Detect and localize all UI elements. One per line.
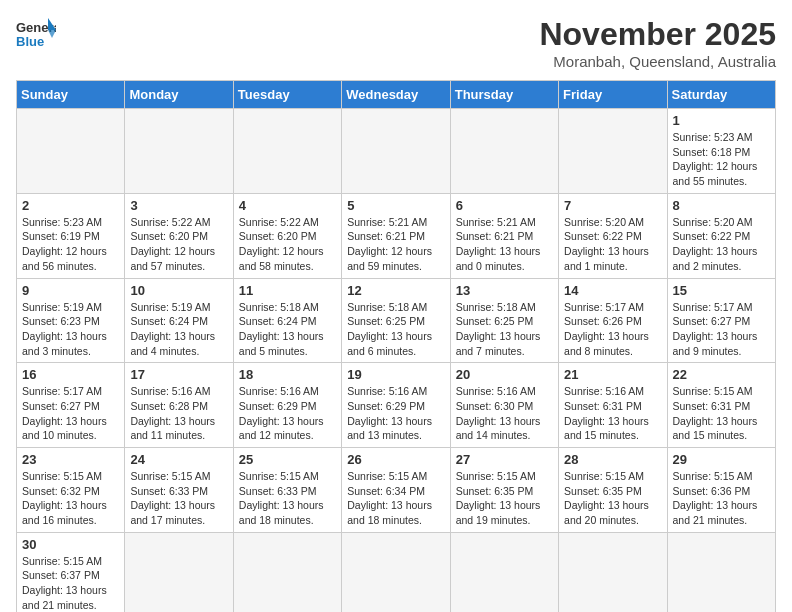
calendar-day-cell: 23Sunrise: 5:15 AM Sunset: 6:32 PM Dayli… — [17, 448, 125, 533]
day-number: 8 — [673, 198, 770, 213]
logo: General Blue — [16, 16, 56, 50]
day-info: Sunrise: 5:17 AM Sunset: 6:27 PM Dayligh… — [673, 300, 770, 359]
calendar-day-cell: 18Sunrise: 5:16 AM Sunset: 6:29 PM Dayli… — [233, 363, 341, 448]
calendar-week-row: 30Sunrise: 5:15 AM Sunset: 6:37 PM Dayli… — [17, 532, 776, 612]
weekday-header-thursday: Thursday — [450, 81, 558, 109]
day-number: 25 — [239, 452, 336, 467]
day-info: Sunrise: 5:17 AM Sunset: 6:27 PM Dayligh… — [22, 384, 119, 443]
day-number: 21 — [564, 367, 661, 382]
day-info: Sunrise: 5:20 AM Sunset: 6:22 PM Dayligh… — [564, 215, 661, 274]
day-number: 20 — [456, 367, 553, 382]
calendar-day-cell: 2Sunrise: 5:23 AM Sunset: 6:19 PM Daylig… — [17, 193, 125, 278]
day-info: Sunrise: 5:23 AM Sunset: 6:19 PM Dayligh… — [22, 215, 119, 274]
day-number: 9 — [22, 283, 119, 298]
day-info: Sunrise: 5:18 AM Sunset: 6:25 PM Dayligh… — [456, 300, 553, 359]
calendar-day-cell: 10Sunrise: 5:19 AM Sunset: 6:24 PM Dayli… — [125, 278, 233, 363]
calendar-day-cell: 12Sunrise: 5:18 AM Sunset: 6:25 PM Dayli… — [342, 278, 450, 363]
day-info: Sunrise: 5:16 AM Sunset: 6:29 PM Dayligh… — [347, 384, 444, 443]
day-info: Sunrise: 5:16 AM Sunset: 6:30 PM Dayligh… — [456, 384, 553, 443]
calendar-day-cell: 13Sunrise: 5:18 AM Sunset: 6:25 PM Dayli… — [450, 278, 558, 363]
calendar-day-cell: 8Sunrise: 5:20 AM Sunset: 6:22 PM Daylig… — [667, 193, 775, 278]
day-info: Sunrise: 5:17 AM Sunset: 6:26 PM Dayligh… — [564, 300, 661, 359]
day-info: Sunrise: 5:21 AM Sunset: 6:21 PM Dayligh… — [347, 215, 444, 274]
title-block: November 2025 Moranbah, Queensland, Aust… — [539, 16, 776, 70]
day-info: Sunrise: 5:15 AM Sunset: 6:34 PM Dayligh… — [347, 469, 444, 528]
day-info: Sunrise: 5:22 AM Sunset: 6:20 PM Dayligh… — [130, 215, 227, 274]
calendar-day-cell: 6Sunrise: 5:21 AM Sunset: 6:21 PM Daylig… — [450, 193, 558, 278]
calendar-day-cell: 7Sunrise: 5:20 AM Sunset: 6:22 PM Daylig… — [559, 193, 667, 278]
day-info: Sunrise: 5:15 AM Sunset: 6:36 PM Dayligh… — [673, 469, 770, 528]
calendar-day-cell: 19Sunrise: 5:16 AM Sunset: 6:29 PM Dayli… — [342, 363, 450, 448]
calendar-day-cell: 20Sunrise: 5:16 AM Sunset: 6:30 PM Dayli… — [450, 363, 558, 448]
calendar-day-cell: 28Sunrise: 5:15 AM Sunset: 6:35 PM Dayli… — [559, 448, 667, 533]
day-info: Sunrise: 5:19 AM Sunset: 6:23 PM Dayligh… — [22, 300, 119, 359]
calendar-day-cell: 11Sunrise: 5:18 AM Sunset: 6:24 PM Dayli… — [233, 278, 341, 363]
day-info: Sunrise: 5:15 AM Sunset: 6:35 PM Dayligh… — [456, 469, 553, 528]
weekday-header-saturday: Saturday — [667, 81, 775, 109]
day-number: 15 — [673, 283, 770, 298]
day-number: 23 — [22, 452, 119, 467]
day-info: Sunrise: 5:16 AM Sunset: 6:31 PM Dayligh… — [564, 384, 661, 443]
calendar-day-cell — [559, 109, 667, 194]
weekday-header-wednesday: Wednesday — [342, 81, 450, 109]
calendar-day-cell: 14Sunrise: 5:17 AM Sunset: 6:26 PM Dayli… — [559, 278, 667, 363]
calendar-day-cell — [342, 532, 450, 612]
calendar-day-cell: 29Sunrise: 5:15 AM Sunset: 6:36 PM Dayli… — [667, 448, 775, 533]
calendar-week-row: 16Sunrise: 5:17 AM Sunset: 6:27 PM Dayli… — [17, 363, 776, 448]
day-info: Sunrise: 5:22 AM Sunset: 6:20 PM Dayligh… — [239, 215, 336, 274]
calendar-day-cell: 1Sunrise: 5:23 AM Sunset: 6:18 PM Daylig… — [667, 109, 775, 194]
calendar-day-cell — [342, 109, 450, 194]
calendar-week-row: 9Sunrise: 5:19 AM Sunset: 6:23 PM Daylig… — [17, 278, 776, 363]
day-info: Sunrise: 5:15 AM Sunset: 6:33 PM Dayligh… — [239, 469, 336, 528]
day-info: Sunrise: 5:15 AM Sunset: 6:31 PM Dayligh… — [673, 384, 770, 443]
day-number: 28 — [564, 452, 661, 467]
calendar-day-cell: 27Sunrise: 5:15 AM Sunset: 6:35 PM Dayli… — [450, 448, 558, 533]
day-info: Sunrise: 5:16 AM Sunset: 6:29 PM Dayligh… — [239, 384, 336, 443]
day-number: 10 — [130, 283, 227, 298]
calendar-day-cell: 15Sunrise: 5:17 AM Sunset: 6:27 PM Dayli… — [667, 278, 775, 363]
calendar-week-row: 1Sunrise: 5:23 AM Sunset: 6:18 PM Daylig… — [17, 109, 776, 194]
day-info: Sunrise: 5:23 AM Sunset: 6:18 PM Dayligh… — [673, 130, 770, 189]
day-info: Sunrise: 5:19 AM Sunset: 6:24 PM Dayligh… — [130, 300, 227, 359]
page-header: General Blue November 2025 Moranbah, Que… — [16, 16, 776, 70]
calendar-week-row: 2Sunrise: 5:23 AM Sunset: 6:19 PM Daylig… — [17, 193, 776, 278]
day-number: 11 — [239, 283, 336, 298]
day-info: Sunrise: 5:15 AM Sunset: 6:37 PM Dayligh… — [22, 554, 119, 612]
day-number: 17 — [130, 367, 227, 382]
day-number: 14 — [564, 283, 661, 298]
day-number: 2 — [22, 198, 119, 213]
calendar-day-cell — [233, 532, 341, 612]
day-number: 5 — [347, 198, 444, 213]
weekday-header-sunday: Sunday — [17, 81, 125, 109]
day-info: Sunrise: 5:15 AM Sunset: 6:33 PM Dayligh… — [130, 469, 227, 528]
day-info: Sunrise: 5:16 AM Sunset: 6:28 PM Dayligh… — [130, 384, 227, 443]
calendar-day-cell — [559, 532, 667, 612]
calendar-day-cell: 21Sunrise: 5:16 AM Sunset: 6:31 PM Dayli… — [559, 363, 667, 448]
day-number: 12 — [347, 283, 444, 298]
day-info: Sunrise: 5:18 AM Sunset: 6:24 PM Dayligh… — [239, 300, 336, 359]
calendar-day-cell: 26Sunrise: 5:15 AM Sunset: 6:34 PM Dayli… — [342, 448, 450, 533]
calendar-day-cell: 22Sunrise: 5:15 AM Sunset: 6:31 PM Dayli… — [667, 363, 775, 448]
calendar-day-cell — [667, 532, 775, 612]
calendar-day-cell: 16Sunrise: 5:17 AM Sunset: 6:27 PM Dayli… — [17, 363, 125, 448]
calendar-day-cell: 4Sunrise: 5:22 AM Sunset: 6:20 PM Daylig… — [233, 193, 341, 278]
location-subtitle: Moranbah, Queensland, Australia — [539, 53, 776, 70]
weekday-header-row: SundayMondayTuesdayWednesdayThursdayFrid… — [17, 81, 776, 109]
day-info: Sunrise: 5:15 AM Sunset: 6:35 PM Dayligh… — [564, 469, 661, 528]
day-number: 13 — [456, 283, 553, 298]
day-number: 30 — [22, 537, 119, 552]
calendar-day-cell: 5Sunrise: 5:21 AM Sunset: 6:21 PM Daylig… — [342, 193, 450, 278]
day-number: 22 — [673, 367, 770, 382]
day-number: 24 — [130, 452, 227, 467]
calendar-day-cell: 3Sunrise: 5:22 AM Sunset: 6:20 PM Daylig… — [125, 193, 233, 278]
calendar-day-cell — [233, 109, 341, 194]
day-number: 7 — [564, 198, 661, 213]
calendar-day-cell — [125, 532, 233, 612]
calendar-table: SundayMondayTuesdayWednesdayThursdayFrid… — [16, 80, 776, 612]
day-number: 29 — [673, 452, 770, 467]
calendar-week-row: 23Sunrise: 5:15 AM Sunset: 6:32 PM Dayli… — [17, 448, 776, 533]
calendar-day-cell — [17, 109, 125, 194]
month-title: November 2025 — [539, 16, 776, 53]
day-info: Sunrise: 5:20 AM Sunset: 6:22 PM Dayligh… — [673, 215, 770, 274]
day-number: 6 — [456, 198, 553, 213]
